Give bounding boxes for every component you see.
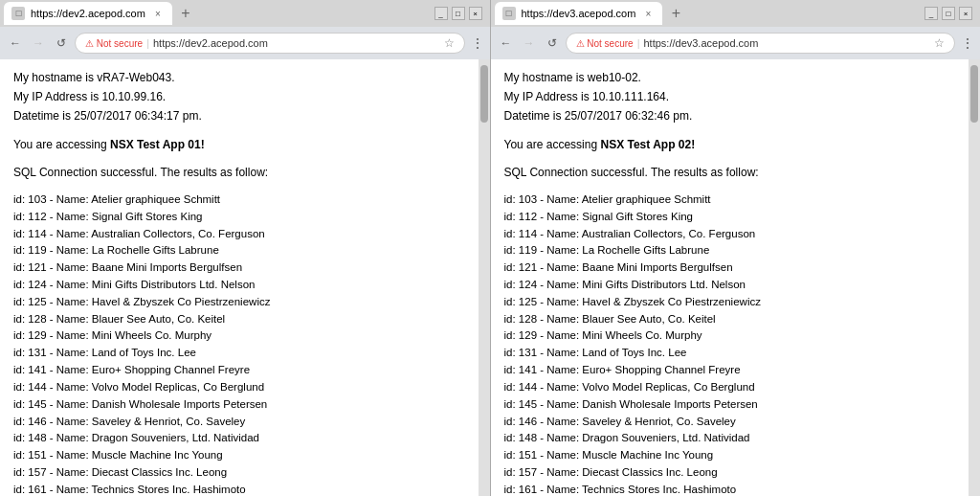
- back-button[interactable]: ←: [6, 34, 25, 53]
- back-button[interactable]: ←: [497, 34, 516, 53]
- list-item: id: 148 - Name: Dragon Souveniers, Ltd. …: [504, 430, 956, 447]
- close-button[interactable]: ×: [959, 7, 972, 20]
- list-item: id: 161 - Name: Technics Stores Inc. Has…: [13, 482, 465, 496]
- app-name-line: You are accessing NSX Test App 01!: [13, 136, 465, 154]
- datetime-line: Datetime is 25/07/2017 06:32:46 pm.: [504, 107, 956, 125]
- list-item: id: 121 - Name: Baane Mini Imports Bergu…: [504, 259, 956, 277]
- tab-title: https://dev3.acepod.com: [522, 8, 636, 19]
- list-item: id: 112 - Name: Signal Gift Stores King: [504, 209, 956, 226]
- app-name-line: You are accessing NSX Test App 02!: [504, 136, 956, 154]
- data-list: id: 103 - Name: Atelier graphiquee Schmi…: [13, 192, 465, 496]
- browser-pane-2: ☐https://dev3.acepod.com×+_□×←→↺⚠ Not se…: [491, 0, 981, 496]
- list-item: id: 128 - Name: Blauer See Auto, Co. Kei…: [13, 311, 465, 328]
- new-tab-button[interactable]: +: [174, 2, 197, 25]
- browser-tab[interactable]: ☐https://dev3.acepod.com×: [495, 2, 663, 25]
- list-item: id: 124 - Name: Mini Gifts Distributors …: [504, 277, 956, 294]
- list-item: id: 157 - Name: Diecast Classics Inc. Le…: [504, 464, 956, 482]
- tab-bar: ☐https://dev2.acepod.com×+_□×: [0, 0, 490, 27]
- window-controls: _□×: [434, 7, 486, 20]
- tab-favicon: ☐: [502, 7, 516, 20]
- hostname-line: My hostname is vRA7-Web043.: [13, 69, 465, 87]
- data-list: id: 103 - Name: Atelier graphiquee Schmi…: [504, 192, 956, 496]
- list-item: id: 145 - Name: Danish Wholesale Imports…: [13, 396, 465, 414]
- address-text: https://dev2.acepod.com: [153, 37, 440, 49]
- page-content: My hostname is web10-02.My IP Address is…: [491, 59, 969, 496]
- tab-bar: ☐https://dev3.acepod.com×+_□×: [491, 0, 981, 27]
- page-wrapper: My hostname is web10-02.My IP Address is…: [491, 59, 969, 496]
- address-text: https://dev3.acepod.com: [644, 37, 931, 49]
- maximize-button[interactable]: □: [452, 7, 465, 20]
- forward-button[interactable]: →: [29, 34, 48, 53]
- list-item: id: 112 - Name: Signal Gift Stores King: [13, 209, 465, 226]
- not-secure-indicator: ⚠ Not secure: [576, 38, 634, 49]
- sql-status-line: SQL Connection successful. The results a…: [13, 164, 465, 182]
- list-item: id: 119 - Name: La Rochelle Gifts Labrun…: [13, 242, 465, 259]
- list-item: id: 125 - Name: Havel & Zbyszek Co Piest…: [504, 294, 956, 311]
- list-item: id: 157 - Name: Diecast Classics Inc. Le…: [13, 464, 465, 482]
- vertical-scrollbar[interactable]: [479, 59, 490, 496]
- list-item: id: 114 - Name: Australian Collectors, C…: [13, 226, 465, 243]
- app-label: You are accessing: [13, 138, 110, 151]
- app-name: NSX Test App 02!: [600, 138, 695, 151]
- bookmark-button[interactable]: ☆: [444, 36, 455, 50]
- browser-tab[interactable]: ☐https://dev2.acepod.com×: [4, 2, 172, 25]
- sql-status-line: SQL Connection successful. The results a…: [504, 164, 956, 182]
- maximize-button[interactable]: □: [942, 7, 955, 20]
- address-bar: ←→↺⚠ Not secure | https://dev2.acepod.co…: [0, 27, 490, 59]
- app-label: You are accessing: [504, 138, 601, 151]
- list-item: id: 144 - Name: Volvo Model Replicas, Co…: [504, 379, 956, 396]
- address-separator: |: [146, 37, 149, 49]
- list-item: id: 151 - Name: Muscle Machine Inc Young: [504, 447, 956, 464]
- app-name: NSX Test App 01!: [110, 138, 205, 151]
- address-separator: |: [637, 37, 640, 49]
- list-item: id: 131 - Name: Land of Toys Inc. Lee: [13, 345, 465, 362]
- list-item: id: 129 - Name: Mini Wheels Co. Murphy: [504, 327, 956, 345]
- scrollbar-thumb[interactable]: [970, 65, 978, 123]
- list-item: id: 148 - Name: Dragon Souveniers, Ltd. …: [13, 430, 465, 447]
- browser-menu-button[interactable]: ⋮: [471, 35, 484, 51]
- list-item: id: 131 - Name: Land of Toys Inc. Lee: [504, 345, 956, 362]
- close-button[interactable]: ×: [469, 7, 482, 20]
- list-item: id: 146 - Name: Saveley & Henriot, Co. S…: [13, 414, 465, 431]
- list-item: id: 121 - Name: Baane Mini Imports Bergu…: [13, 259, 465, 277]
- list-item: id: 146 - Name: Saveley & Henriot, Co. S…: [504, 414, 956, 431]
- bookmark-button[interactable]: ☆: [934, 36, 945, 50]
- page-wrapper: My hostname is vRA7-Web043.My IP Address…: [0, 59, 479, 496]
- list-item: id: 119 - Name: La Rochelle Gifts Labrun…: [504, 242, 956, 259]
- list-item: id: 144 - Name: Volvo Model Replicas, Co…: [13, 379, 465, 396]
- address-input[interactable]: ⚠ Not secure | https://dev3.acepod.com☆: [566, 33, 956, 54]
- minimize-button[interactable]: _: [434, 7, 448, 20]
- forward-button[interactable]: →: [520, 34, 539, 53]
- hostname-line: My hostname is web10-02.: [504, 69, 956, 87]
- tab-title: https://dev2.acepod.com: [31, 8, 145, 19]
- list-item: id: 103 - Name: Atelier graphiquee Schmi…: [13, 192, 465, 209]
- list-item: id: 103 - Name: Atelier graphiquee Schmi…: [504, 192, 956, 209]
- browser-pane-1: ☐https://dev2.acepod.com×+_□×←→↺⚠ Not se…: [0, 0, 491, 496]
- tab-close-button[interactable]: ×: [641, 7, 655, 20]
- page-content: My hostname is vRA7-Web043.My IP Address…: [0, 59, 479, 496]
- list-item: id: 114 - Name: Australian Collectors, C…: [504, 226, 956, 243]
- vertical-scrollbar[interactable]: [969, 59, 980, 496]
- browser-menu-button[interactable]: ⋮: [961, 35, 974, 51]
- list-item: id: 145 - Name: Danish Wholesale Imports…: [504, 396, 956, 414]
- address-bar: ←→↺⚠ Not secure | https://dev3.acepod.co…: [491, 27, 981, 59]
- scroll-area: My hostname is web10-02.My IP Address is…: [491, 59, 981, 496]
- address-input[interactable]: ⚠ Not secure | https://dev2.acepod.com☆: [75, 33, 465, 54]
- ip-line: My IP Address is 10.10.99.16.: [13, 88, 465, 106]
- not-secure-indicator: ⚠ Not secure: [85, 38, 143, 49]
- list-item: id: 151 - Name: Muscle Machine Inc Young: [13, 447, 465, 464]
- reload-button[interactable]: ↺: [543, 34, 562, 53]
- new-tab-button[interactable]: +: [664, 2, 687, 25]
- list-item: id: 124 - Name: Mini Gifts Distributors …: [13, 277, 465, 294]
- list-item: id: 128 - Name: Blauer See Auto, Co. Kei…: [504, 311, 956, 328]
- list-item: id: 125 - Name: Havel & Zbyszek Co Piest…: [13, 294, 465, 311]
- browser-window: ☐https://dev2.acepod.com×+_□×←→↺⚠ Not se…: [0, 0, 980, 496]
- scroll-area: My hostname is vRA7-Web043.My IP Address…: [0, 59, 490, 496]
- tab-close-button[interactable]: ×: [151, 7, 165, 20]
- reload-button[interactable]: ↺: [52, 34, 71, 53]
- list-item: id: 141 - Name: Euro+ Shopping Channel F…: [13, 362, 465, 379]
- scrollbar-thumb[interactable]: [480, 65, 488, 123]
- minimize-button[interactable]: _: [924, 7, 938, 20]
- datetime-line: Datetime is 25/07/2017 06:34:17 pm.: [13, 107, 465, 125]
- list-item: id: 129 - Name: Mini Wheels Co. Murphy: [13, 327, 465, 345]
